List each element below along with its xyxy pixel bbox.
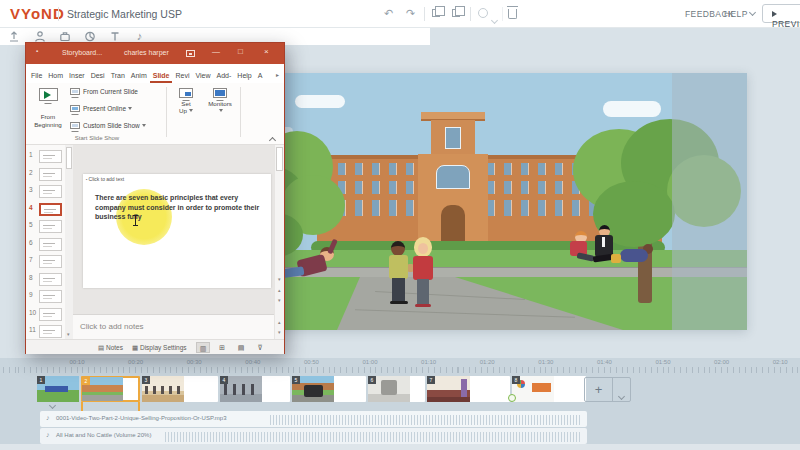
ppt-titlebar[interactable]: ▪ Storyboard... charles harper — □ × [26, 43, 284, 64]
slide-thumb[interactable] [39, 308, 62, 321]
ppt-tab-inser[interactable]: Inser [66, 68, 88, 83]
vyond-app: VYoND Strategic Marketing USP ↶ ↷ FEEDBA… [0, 0, 800, 450]
scene-block-5[interactable]: 5 [292, 376, 366, 402]
slide-number: 9 [29, 291, 33, 298]
add-scene-button[interactable]: + [585, 378, 613, 401]
slide-thumb[interactable] [39, 255, 62, 268]
slide-thumb[interactable] [39, 238, 62, 251]
timeline[interactable]: 00:1000:2000:3000:4000:5001:0001:1001:20… [0, 358, 800, 450]
delete-icon[interactable] [508, 9, 517, 19]
scroll-down-icon[interactable]: ▾ [278, 276, 281, 282]
scene-block-8[interactable]: 8 [512, 376, 586, 402]
project-title[interactable]: Strategic Marketing USP [67, 8, 182, 20]
custom-slide-show-button[interactable]: Custom Slide Show [70, 122, 146, 136]
slide-body-text[interactable]: There are seven basic principles that ev… [95, 193, 265, 222]
character-standing-man[interactable] [388, 241, 410, 307]
notes-placeholder[interactable]: Click to add notes [80, 322, 144, 331]
reading-view-button[interactable]: ▤ [234, 342, 248, 353]
notes-scroll-down-icon[interactable]: ▾ [278, 329, 281, 335]
normal-view-button[interactable]: ▥ [196, 342, 210, 353]
assign-avatar-icon[interactable] [478, 8, 488, 18]
ppt-tab-view[interactable]: View [192, 68, 213, 83]
redo-icon[interactable]: ↷ [406, 6, 415, 21]
scene-marker[interactable] [508, 394, 516, 402]
slide-sorter-view-button[interactable]: ⊞ [215, 342, 229, 353]
slide-canvas[interactable]: Click to add text There are seven basic … [83, 174, 271, 288]
from-beginning-button[interactable]: FromBeginning [29, 86, 67, 138]
ppt-minimize-button[interactable]: — [212, 47, 220, 56]
slide-panel-scrollbar[interactable]: ▾ [65, 145, 73, 339]
setup-monitor-icon [179, 88, 193, 98]
ppt-tab-a[interactable]: A [255, 68, 266, 83]
ppt-tab-desi[interactable]: Desi [88, 68, 108, 83]
ppt-app-icon[interactable]: ▪ [36, 48, 38, 54]
ppt-tab-file[interactable]: File [28, 68, 45, 83]
avatar-dropdown-icon[interactable] [492, 11, 497, 29]
ppt-display-icon[interactable] [186, 50, 195, 57]
ppt-tab-tran[interactable]: Tran [108, 68, 128, 83]
audio-track-music[interactable]: ♪ All Hat and No Cattle (Volume 20%) [40, 428, 587, 444]
preview-button[interactable]: PREVIEW [762, 4, 800, 23]
collapse-ribbon-button[interactable] [270, 131, 280, 141]
ppt-tab-hom[interactable]: Hom [45, 68, 66, 83]
from-current-slide-button[interactable]: From Current Slide [70, 88, 138, 102]
ppt-tab-add[interactable]: Add- [214, 68, 235, 83]
slide-area-scrollbar[interactable]: ▾ ▴ ▾ ▴ ▾ [274, 145, 284, 339]
character-lying-blue[interactable] [615, 243, 655, 267]
scroll-down-icon[interactable]: ▾ [67, 331, 70, 337]
add-scene-dropdown[interactable] [613, 378, 630, 401]
audio-track-voiceover[interactable]: ♪ 0001-Video-Two-Part-2-Unique-Selling-P… [40, 411, 587, 427]
notes-scroll-up-icon[interactable]: ▴ [278, 319, 281, 325]
set-up-button[interactable]: SetUp [170, 86, 202, 138]
paste-icon[interactable] [452, 9, 460, 17]
slide-thumb[interactable] [39, 220, 62, 233]
scene-number-badge: 4 [220, 376, 228, 384]
slide-thumb[interactable] [39, 203, 62, 216]
scene-block-2[interactable]: 2 [81, 376, 140, 402]
monitor-icon [70, 88, 80, 95]
upload-icon[interactable] [8, 30, 21, 43]
slide-text-placeholder[interactable]: Click to add text [86, 176, 124, 182]
undo-icon[interactable]: ↶ [384, 6, 393, 21]
present-online-button[interactable]: Present Online [70, 105, 132, 119]
character-standing-woman[interactable] [410, 237, 436, 309]
scene-block-7[interactable]: 7 [427, 376, 510, 402]
character-lying-left[interactable] [280, 241, 342, 287]
ribbon-group-label: Start Slide Show [34, 135, 160, 141]
vyond-logo[interactable]: VYoND [10, 5, 65, 22]
slide-thumb[interactable] [39, 168, 62, 181]
slide-thumb[interactable] [39, 325, 62, 338]
slide-editing-area[interactable]: Click to add text There are seven basic … [73, 145, 274, 314]
ppt-close-button[interactable]: × [264, 47, 269, 56]
tab-scroll-arrow[interactable]: ▸ [276, 71, 279, 83]
notes-toggle[interactable]: ▤ Notes [98, 344, 123, 352]
notes-pane[interactable]: Click to add notes [73, 314, 274, 339]
ppt-tab-help[interactable]: Help [234, 68, 254, 83]
slide-thumb[interactable] [39, 290, 62, 303]
copy-icon[interactable] [432, 9, 440, 17]
previous-slide-icon[interactable]: ▴ [278, 287, 281, 293]
scene-block-3[interactable]: 3 [142, 376, 218, 402]
scrollbar-thumb[interactable] [276, 147, 283, 171]
ppt-tab-anim[interactable]: Anim [128, 68, 150, 83]
slide-thumb[interactable] [39, 273, 62, 286]
ppt-tab-revi[interactable]: Revi [172, 68, 192, 83]
ppt-body: 1234567891011 ▾ Click to add text There … [26, 145, 284, 339]
ppt-tab-slide[interactable]: Slide [150, 68, 173, 83]
scene-block-1[interactable]: 1 [37, 376, 79, 402]
slideshow-icon [39, 88, 58, 101]
scene-block-6[interactable]: 6 [368, 376, 425, 402]
video-canvas[interactable] [255, 73, 747, 330]
tower-window [445, 127, 461, 149]
monitors-button[interactable]: Monitors [204, 86, 236, 138]
scrollbar-thumb[interactable] [66, 147, 72, 169]
slideshow-view-button[interactable]: ⊽ [253, 342, 267, 353]
help-menu[interactable]: HELP [724, 9, 755, 19]
powerpoint-window[interactable]: ▪ Storyboard... charles harper — □ × Fil… [25, 42, 285, 354]
slide-thumb[interactable] [39, 150, 62, 163]
display-settings-button[interactable]: ▦ Display Settings [132, 344, 187, 352]
next-slide-icon[interactable]: ▾ [278, 297, 281, 303]
scene-block-4[interactable]: 4 [220, 376, 290, 402]
slide-thumb[interactable] [39, 185, 62, 198]
ppt-maximize-button[interactable]: □ [238, 47, 243, 56]
